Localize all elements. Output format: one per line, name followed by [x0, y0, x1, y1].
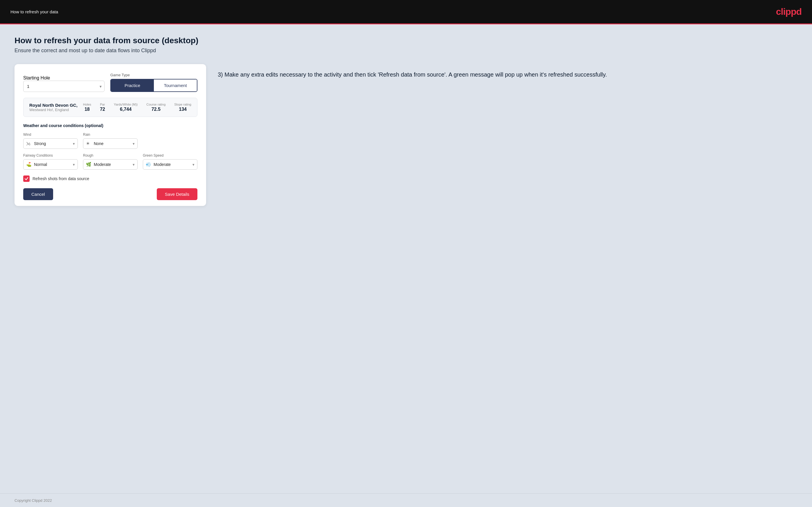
par-value: 72 — [100, 107, 105, 112]
wind-select-wrapper: 🌬 Strong Light None ▾ — [23, 138, 78, 149]
stat-par: Par 72 — [100, 103, 105, 112]
practice-button[interactable]: Practice — [111, 79, 154, 91]
fairway-rough-green-row: Fairway Conditions ⛳ Normal Soft Hard ▾ … — [23, 154, 197, 170]
layout: Starting Hole 1 10 ▾ Game Type Practice … — [14, 64, 798, 206]
header-title: How to refresh your data — [10, 9, 58, 14]
side-paragraph: 3) Make any extra edits necessary to the… — [218, 70, 798, 79]
card-actions: Cancel Save Details — [23, 188, 197, 200]
rain-group: Rain ☀ None Light Heavy ▾ — [83, 132, 138, 149]
side-text: 3) Make any extra edits necessary to the… — [218, 64, 798, 79]
starting-hole-group: Starting Hole 1 10 ▾ — [23, 75, 104, 92]
page-heading: How to refresh your data from source (de… — [14, 36, 798, 45]
yards-label: Yards/White (M)) — [114, 103, 138, 106]
rough-select-wrapper: 🌿 Moderate Light Heavy ▾ — [83, 159, 138, 170]
header: How to refresh your data clippd — [0, 0, 812, 24]
wind-label: Wind — [23, 132, 78, 136]
rough-label: Rough — [83, 154, 138, 158]
stat-yards: Yards/White (M)) 6,744 — [114, 103, 138, 112]
course-stats: Holes 18 Par 72 Yards/White (M)) 6,744 C… — [83, 103, 191, 112]
rough-group: Rough 🌿 Moderate Light Heavy ▾ — [83, 154, 138, 170]
game-type-toggle: Practice Tournament — [110, 79, 197, 92]
main-content: How to refresh your data from source (de… — [0, 24, 812, 493]
save-button[interactable]: Save Details — [157, 188, 197, 200]
logo: clippd — [776, 6, 802, 17]
wind-rain-row: Wind 🌬 Strong Light None ▾ Rain ☀ — [23, 132, 197, 149]
fairway-label: Fairway Conditions — [23, 154, 78, 158]
course-rating-value: 72.5 — [152, 107, 160, 112]
course-location: Westward Ho!, England — [29, 108, 78, 112]
course-rating-label: Course rating — [146, 103, 165, 106]
rain-select[interactable]: None Light Heavy — [83, 138, 138, 149]
holes-value: 18 — [85, 107, 90, 112]
green-speed-select[interactable]: Moderate Slow Fast — [143, 159, 197, 170]
par-label: Par — [100, 103, 105, 106]
starting-hole-select[interactable]: 1 10 — [23, 80, 104, 92]
refresh-label: Refresh shots from data source — [33, 176, 89, 181]
game-type-label: Game Type — [110, 73, 197, 77]
course-info: Royal North Devon GC, Westward Ho!, Engl… — [23, 98, 197, 117]
yards-value: 6,744 — [120, 107, 132, 112]
green-speed-select-wrapper: 💨 Moderate Slow Fast ▾ — [143, 159, 197, 170]
stat-holes: Holes 18 — [83, 103, 91, 112]
rain-select-wrapper: ☀ None Light Heavy ▾ — [83, 138, 138, 149]
conditions-title: Weather and course conditions (optional) — [23, 123, 197, 128]
course-name: Royal North Devon GC, — [29, 103, 78, 108]
checkmark-icon — [24, 177, 29, 181]
form-card: Starting Hole 1 10 ▾ Game Type Practice … — [14, 64, 206, 206]
refresh-checkbox[interactable] — [23, 175, 30, 182]
refresh-row: Refresh shots from data source — [23, 175, 197, 182]
stat-course-rating: Course rating 72.5 — [146, 103, 165, 112]
slope-rating-label: Slope rating — [174, 103, 191, 106]
tournament-button[interactable]: Tournament — [154, 79, 197, 91]
wind-group: Wind 🌬 Strong Light None ▾ — [23, 132, 78, 149]
rain-label: Rain — [83, 132, 138, 136]
wind-select[interactable]: Strong Light None — [23, 138, 78, 149]
holes-label: Holes — [83, 103, 91, 106]
course-name-group: Royal North Devon GC, Westward Ho!, Engl… — [29, 103, 78, 112]
game-type-group: Game Type Practice Tournament — [110, 73, 197, 92]
page-subheading: Ensure the correct and most up to date d… — [14, 48, 798, 54]
footer: Copyright Clippd 2022 — [0, 493, 812, 507]
starting-hole-label: Starting Hole — [23, 75, 104, 80]
fairway-group: Fairway Conditions ⛳ Normal Soft Hard ▾ — [23, 154, 78, 170]
fairway-select[interactable]: Normal Soft Hard — [23, 159, 78, 170]
stat-slope-rating: Slope rating 134 — [174, 103, 191, 112]
top-form-row: Starting Hole 1 10 ▾ Game Type Practice … — [23, 73, 197, 92]
starting-hole-select-wrapper: 1 10 ▾ — [23, 80, 104, 92]
rough-select[interactable]: Moderate Light Heavy — [83, 159, 138, 170]
cancel-button[interactable]: Cancel — [23, 188, 53, 200]
copyright: Copyright Clippd 2022 — [14, 498, 52, 503]
green-speed-group: Green Speed 💨 Moderate Slow Fast ▾ — [143, 154, 197, 170]
green-speed-label: Green Speed — [143, 154, 197, 158]
slope-rating-value: 134 — [179, 107, 187, 112]
fairway-select-wrapper: ⛳ Normal Soft Hard ▾ — [23, 159, 78, 170]
